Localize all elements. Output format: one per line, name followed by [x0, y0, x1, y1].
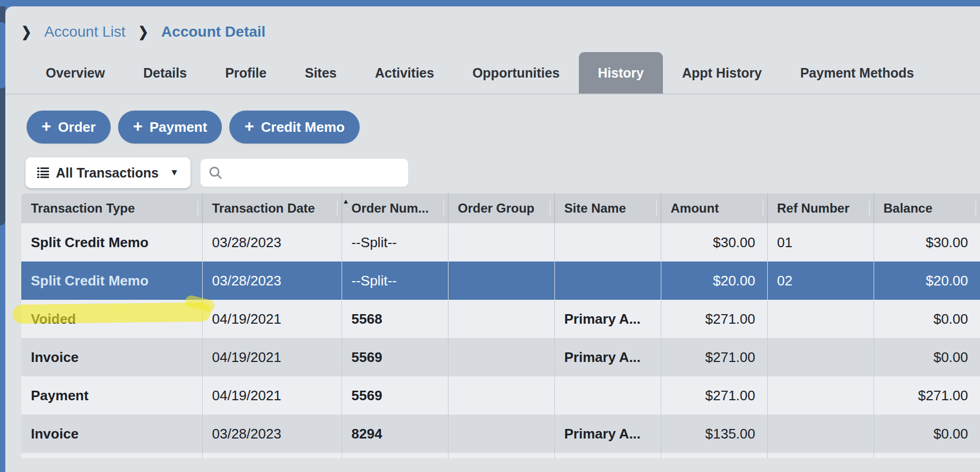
plus-icon: +: [41, 118, 51, 134]
list-icon: [37, 167, 49, 178]
cell-order-group[interactable]: [448, 376, 554, 415]
cell-ref-number[interactable]: 01: [767, 223, 874, 262]
cell-amount[interactable]: $20.00: [661, 262, 767, 300]
sidebar-scrollbar-thumb[interactable]: [0, 22, 5, 88]
cell-transaction-type[interactable]: Invoice: [21, 338, 202, 376]
cell-balance[interactable]: $0.00: [874, 415, 980, 453]
cell-order-group[interactable]: [448, 300, 554, 338]
cell-order-group[interactable]: [448, 223, 554, 262]
cell-transaction-type[interactable]: Split Credit Memo: [21, 223, 202, 262]
cell-ref-number[interactable]: [767, 338, 874, 376]
add-payment-label: Payment: [150, 119, 207, 136]
search-box: [200, 158, 409, 187]
table-row[interactable]: Voided 04/19/2021 5568 Primary A... $271…: [21, 300, 980, 338]
cell-order-num[interactable]: --Split--: [342, 262, 448, 300]
tab-history[interactable]: History: [579, 52, 663, 94]
add-credit-memo-label: Credit Memo: [261, 119, 345, 136]
tab-sites[interactable]: Sites: [286, 52, 356, 94]
column-header-balance[interactable]: Balance: [874, 193, 980, 223]
cell-order-num[interactable]: 5568: [342, 300, 448, 338]
cell-transaction-type[interactable]: Split Credit Memo: [21, 262, 202, 300]
action-button-row: + Order + Payment + Credit Memo: [27, 111, 980, 144]
tab-opportunities[interactable]: Opportunities: [453, 52, 579, 94]
plus-icon: +: [133, 118, 143, 134]
add-order-label: Order: [58, 119, 96, 136]
column-header-site-name[interactable]: Site Name: [554, 193, 661, 223]
cell-order-group[interactable]: [448, 415, 554, 453]
cell-site-name[interactable]: Primary A...: [554, 338, 661, 376]
sort-ascending-icon: ▲: [343, 197, 350, 205]
chevron-right-icon: ❯: [21, 23, 31, 40]
cell-transaction-date[interactable]: 03/28/2023: [202, 262, 342, 300]
table-row-selected[interactable]: Split Credit Memo 03/28/2023 --Split-- $…: [21, 262, 980, 300]
cell-balance[interactable]: $271.00: [874, 376, 980, 415]
filter-row: All Transactions ▼: [26, 157, 980, 188]
cell-site-name[interactable]: [554, 376, 661, 415]
cell-order-group[interactable]: [448, 338, 554, 376]
column-header-ref-number[interactable]: Ref Number: [767, 193, 874, 223]
tab-details[interactable]: Details: [124, 52, 206, 94]
cell-amount[interactable]: $271.00: [661, 376, 767, 415]
search-icon: [208, 165, 223, 180]
table-row[interactable]: Invoice 03/28/2023 8294 Primary A... $13…: [21, 415, 980, 453]
chevron-right-icon: ❯: [138, 23, 148, 40]
cell-amount[interactable]: $135.00: [661, 415, 767, 453]
cell-site-name[interactable]: Primary A...: [554, 300, 661, 338]
cell-balance[interactable]: $0.00: [874, 338, 980, 376]
table-header-row: Transaction Type Transaction Date ▲ Orde…: [21, 193, 980, 223]
column-header-order-num-label: Order Num...: [352, 201, 429, 215]
cell-balance[interactable]: $20.00: [874, 262, 980, 300]
cell-transaction-type[interactable]: Voided: [21, 300, 202, 338]
column-header-order-group[interactable]: Order Group: [448, 193, 554, 223]
search-input[interactable]: [223, 165, 408, 181]
cell-ref-number[interactable]: [767, 376, 874, 415]
add-credit-memo-button[interactable]: + Credit Memo: [229, 111, 360, 144]
cell-ref-number[interactable]: 02: [767, 262, 874, 300]
column-header-amount[interactable]: Amount: [661, 193, 767, 223]
cell-transaction-date[interactable]: 03/28/2023: [202, 415, 342, 453]
add-payment-button[interactable]: + Payment: [118, 111, 222, 144]
app-screen: ❯ Account List ❯ Account Detail Overview…: [0, 0, 980, 472]
tab-profile[interactable]: Profile: [206, 52, 286, 94]
column-header-order-num[interactable]: ▲ Order Num...: [342, 193, 448, 223]
cell-site-name[interactable]: [554, 262, 661, 300]
table-row[interactable]: Invoice 04/19/2021 5569 Primary A... $27…: [21, 338, 980, 376]
transaction-filter-dropdown[interactable]: All Transactions ▼: [26, 157, 190, 188]
cell-order-num[interactable]: 5569: [342, 376, 448, 415]
tab-bar: Overview Details Profile Sites Activitie…: [5, 52, 980, 95]
table-row[interactable]: Split Credit Memo 03/28/2023 --Split-- $…: [21, 223, 980, 262]
cell-balance[interactable]: $0.00: [874, 300, 980, 338]
table-row-partial: [21, 453, 980, 458]
column-header-transaction-type[interactable]: Transaction Type: [21, 193, 202, 223]
cell-order-num[interactable]: 8294: [342, 415, 448, 453]
transactions-table: Transaction Type Transaction Date ▲ Orde…: [21, 193, 980, 458]
cell-transaction-date[interactable]: 03/28/2023: [202, 223, 342, 262]
cell-transaction-date[interactable]: 04/19/2021: [202, 376, 342, 415]
cell-order-group[interactable]: [448, 262, 554, 300]
cell-order-num[interactable]: --Split--: [342, 223, 448, 262]
breadcrumb-account-list[interactable]: Account List: [44, 23, 126, 40]
cell-transaction-type[interactable]: Payment: [21, 376, 202, 415]
cell-site-name[interactable]: Primary A...: [554, 415, 661, 453]
tab-overview[interactable]: Overview: [27, 52, 124, 94]
cell-transaction-date[interactable]: 04/19/2021: [202, 338, 342, 376]
cell-ref-number[interactable]: [767, 300, 874, 338]
cell-amount[interactable]: $271.00: [661, 300, 767, 338]
cell-amount[interactable]: $271.00: [661, 338, 767, 376]
cell-order-num[interactable]: 5569: [342, 338, 448, 376]
cell-transaction-date[interactable]: 04/19/2021: [202, 300, 342, 338]
tab-activities[interactable]: Activities: [356, 52, 453, 94]
plus-icon: +: [244, 118, 254, 134]
cell-ref-number[interactable]: [767, 415, 874, 453]
cell-balance[interactable]: $30.00: [874, 223, 980, 262]
cell-transaction-type[interactable]: Invoice: [21, 415, 202, 453]
add-order-button[interactable]: + Order: [27, 111, 111, 144]
column-header-transaction-date[interactable]: Transaction Date: [202, 193, 342, 223]
tab-payment-methods[interactable]: Payment Methods: [781, 52, 933, 94]
table-row[interactable]: Payment 04/19/2021 5569 $271.00 $271.00: [21, 376, 980, 415]
caret-down-icon: ▼: [170, 167, 179, 178]
cell-amount[interactable]: $30.00: [661, 223, 767, 262]
cell-site-name[interactable]: [554, 223, 661, 262]
breadcrumb-account-detail[interactable]: Account Detail: [161, 23, 265, 40]
tab-appt-history[interactable]: Appt History: [663, 52, 781, 94]
